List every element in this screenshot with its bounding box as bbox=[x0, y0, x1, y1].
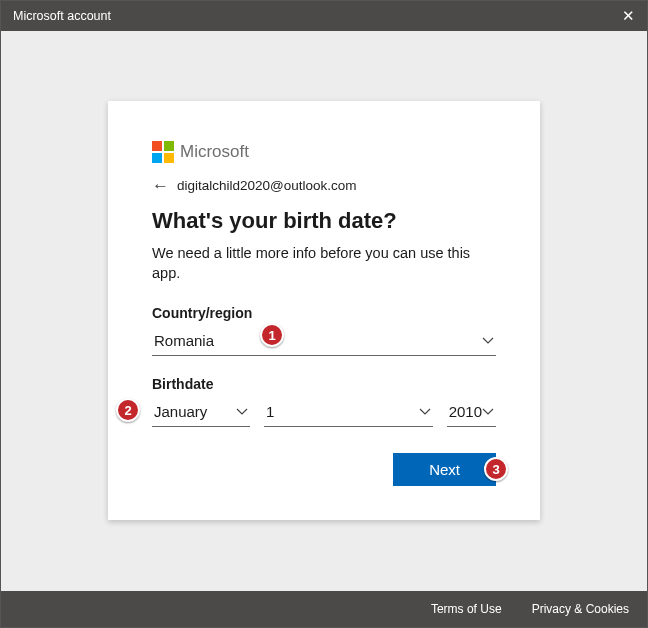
window-title: Microsoft account bbox=[13, 9, 111, 23]
chevron-down-icon bbox=[482, 408, 494, 416]
page-title: What's your birth date? bbox=[152, 208, 496, 234]
titlebar: Microsoft account ✕ bbox=[1, 1, 647, 31]
birthdate-field: Birthdate 2 January 1 bbox=[152, 376, 496, 427]
country-label: Country/region bbox=[152, 305, 496, 321]
footer-terms-link[interactable]: Terms of Use bbox=[431, 602, 502, 616]
birth-month-value: January bbox=[154, 403, 207, 420]
microsoft-logo-icon bbox=[152, 141, 174, 163]
birthdate-label: Birthdate bbox=[152, 376, 496, 392]
footer-bar: Terms of Use Privacy & Cookies bbox=[1, 591, 647, 627]
annotation-badge-1: 1 bbox=[260, 323, 284, 347]
chevron-down-icon bbox=[482, 337, 494, 345]
annotation-badge-3: 3 bbox=[484, 457, 508, 481]
birth-year-value: 2010 bbox=[449, 403, 482, 420]
brand-name: Microsoft bbox=[180, 142, 249, 162]
account-email: digitalchild2020@outlook.com bbox=[177, 178, 357, 193]
button-row: Next 3 bbox=[152, 453, 496, 486]
window-frame: Microsoft account ✕ Microsoft ← digitalc… bbox=[0, 0, 648, 628]
annotation-badge-2: 2 bbox=[116, 398, 140, 422]
identity-row: ← digitalchild2020@outlook.com bbox=[152, 177, 496, 194]
birth-month-select[interactable]: January bbox=[152, 398, 250, 427]
back-arrow-icon[interactable]: ← bbox=[152, 177, 169, 194]
chevron-down-icon bbox=[236, 408, 248, 416]
content-area: Microsoft ← digitalchild2020@outlook.com… bbox=[1, 31, 647, 591]
birth-day-select[interactable]: 1 bbox=[264, 398, 433, 427]
country-select[interactable]: Romania bbox=[152, 327, 496, 356]
chevron-down-icon bbox=[419, 408, 431, 416]
birth-day-value: 1 bbox=[266, 403, 274, 420]
page-subtext: We need a little more info before you ca… bbox=[152, 244, 496, 283]
country-value: Romania bbox=[154, 332, 214, 349]
brand-row: Microsoft bbox=[152, 141, 496, 163]
birth-year-select[interactable]: 2010 bbox=[447, 398, 496, 427]
footer-privacy-link[interactable]: Privacy & Cookies bbox=[532, 602, 629, 616]
next-button-label: Next bbox=[429, 461, 460, 478]
signin-card: Microsoft ← digitalchild2020@outlook.com… bbox=[108, 101, 540, 520]
close-icon[interactable]: ✕ bbox=[622, 7, 635, 25]
next-button[interactable]: Next 3 bbox=[393, 453, 496, 486]
country-field: Country/region Romania 1 bbox=[152, 305, 496, 356]
